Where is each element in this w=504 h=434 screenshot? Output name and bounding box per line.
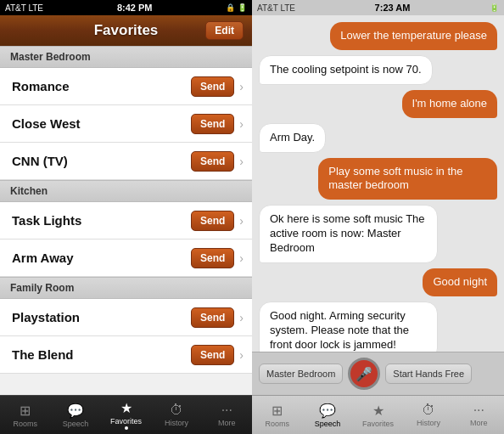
- message-bubble: I'm home alone: [402, 90, 497, 118]
- item-armaway-label: Arm Away: [12, 251, 191, 265]
- chevron-icon: ›: [239, 117, 244, 131]
- mic-button[interactable]: 🎤: [348, 358, 380, 390]
- list-item[interactable]: Romance Send ›: [0, 68, 252, 105]
- tab-more-label: More: [218, 419, 236, 427]
- message-bubble: Arm Day.: [259, 123, 326, 153]
- left-header: Favorites Edit: [0, 15, 252, 46]
- cnn-send-button[interactable]: Send: [191, 151, 234, 172]
- section-familyroom: Family Room: [0, 277, 252, 299]
- right-tab-history[interactable]: ⏱ History: [403, 396, 453, 434]
- message-bubble: Play some soft music in the master bedro…: [318, 158, 497, 200]
- favorites-list: Master Bedroom Romance Send › Close West…: [0, 46, 252, 395]
- right-tab-speech[interactable]: 💬 Speech: [302, 396, 352, 434]
- right-tab-favorites[interactable]: ★ Favorites: [353, 396, 403, 434]
- right-panel: AT&T LTE 7:23 AM 🔋 Lower the temperature…: [252, 0, 504, 434]
- right-status-bar: AT&T LTE 7:23 AM 🔋: [252, 0, 504, 15]
- message-bubble: Lower the temperature please: [330, 22, 497, 50]
- chevron-icon: ›: [239, 311, 244, 324]
- right-tabbar: ⊞ Rooms 💬 Speech ★ Favorites ⏱ History ·…: [252, 395, 504, 434]
- item-playstation-label: Playstation: [12, 310, 191, 324]
- speech-icon: 💬: [67, 403, 84, 419]
- tab-rooms[interactable]: ⊞ Rooms: [0, 396, 50, 434]
- tab-speech[interactable]: 💬 Speech: [50, 396, 100, 434]
- romance-send-button[interactable]: Send: [191, 76, 234, 97]
- chat-area: Lower the temperature please The cooling…: [252, 15, 504, 352]
- message-bubble: Good night: [423, 268, 497, 296]
- message-bubble: Ok here is some soft music The active ro…: [259, 205, 438, 263]
- more-icon: ···: [473, 403, 484, 418]
- more-icon: ···: [221, 403, 232, 418]
- item-theblend-label: The Blend: [12, 347, 191, 362]
- section-kitchen: Kitchen: [0, 180, 252, 202]
- list-item[interactable]: Task Lights Send ›: [0, 202, 252, 240]
- right-tab-speech-label: Speech: [315, 420, 341, 428]
- location-button[interactable]: Master Bedroom: [259, 364, 343, 384]
- list-item[interactable]: CNN (TV) Send ›: [0, 143, 252, 180]
- right-tab-rooms[interactable]: ⊞ Rooms: [252, 396, 302, 434]
- tab-history-label: History: [165, 419, 188, 427]
- section-master-bedroom: Master Bedroom: [0, 46, 252, 68]
- tab-speech-label: Speech: [63, 420, 89, 428]
- active-indicator: [125, 426, 128, 430]
- right-tab-rooms-label: Rooms: [265, 420, 289, 428]
- item-romance-label: Romance: [12, 79, 191, 93]
- right-time: 7:23 AM: [375, 3, 411, 13]
- tab-history[interactable]: ⏱ History: [151, 396, 201, 434]
- chevron-icon: ›: [239, 80, 244, 93]
- chevron-icon: ›: [239, 155, 244, 168]
- chevron-icon: ›: [239, 251, 244, 265]
- history-icon: ⏱: [170, 403, 183, 418]
- mic-icon: 🎤: [356, 366, 372, 382]
- rooms-icon: ⊞: [272, 403, 283, 419]
- tab-rooms-label: Rooms: [13, 420, 37, 428]
- left-panel: AT&T LTE 8:42 PM 🔒 🔋 Favorites Edit Mast…: [0, 0, 252, 434]
- right-tab-history-label: History: [417, 419, 440, 427]
- item-closewest-label: Close West: [12, 116, 191, 131]
- list-item[interactable]: Arm Away Send ›: [0, 240, 252, 277]
- tab-favorites-label: Favorites: [110, 417, 142, 426]
- chevron-icon: ›: [239, 348, 244, 362]
- item-tasklights-label: Task Lights: [12, 213, 191, 228]
- left-status-bar: AT&T LTE 8:42 PM 🔒 🔋: [0, 0, 252, 15]
- closewest-send-button[interactable]: Send: [191, 114, 234, 134]
- rooms-icon: ⊞: [20, 403, 31, 419]
- left-battery: 🔒 🔋: [226, 3, 247, 12]
- right-tab-more-label: More: [470, 419, 488, 427]
- playstation-send-button[interactable]: Send: [191, 307, 234, 328]
- edit-button[interactable]: Edit: [205, 21, 244, 40]
- armaway-send-button[interactable]: Send: [191, 248, 234, 268]
- chevron-icon: ›: [239, 214, 244, 228]
- right-carrier: AT&T LTE: [257, 3, 295, 13]
- message-bubble: Good night. Arming security system. Plea…: [259, 302, 438, 352]
- hands-free-button[interactable]: Start Hands Free: [385, 364, 472, 384]
- list-item[interactable]: The Blend Send ›: [0, 336, 252, 374]
- history-icon: ⏱: [422, 403, 435, 418]
- theblend-send-button[interactable]: Send: [191, 345, 234, 365]
- item-cnn-label: CNN (TV): [12, 154, 191, 168]
- left-time: 8:42 PM: [117, 3, 153, 13]
- favorites-icon: ★: [120, 400, 132, 416]
- left-carrier: AT&T LTE: [5, 3, 43, 13]
- favorites-icon: ★: [372, 403, 384, 419]
- message-bubble: The cooling setpoint is now 70.: [259, 55, 433, 85]
- right-tab-favorites-label: Favorites: [362, 420, 394, 428]
- right-battery: 🔋: [490, 3, 499, 12]
- chat-bottom: Master Bedroom 🎤 Start Hands Free: [252, 352, 504, 395]
- tab-more[interactable]: ··· More: [202, 396, 252, 434]
- tasklights-send-button[interactable]: Send: [191, 211, 234, 231]
- list-item[interactable]: Close West Send ›: [0, 105, 252, 143]
- speech-icon: 💬: [319, 403, 336, 419]
- list-item[interactable]: Playstation Send ›: [0, 299, 252, 336]
- left-title: Favorites: [94, 22, 159, 39]
- right-tab-more[interactable]: ··· More: [454, 396, 504, 434]
- left-tabbar: ⊞ Rooms 💬 Speech ★ Favorites ⏱ History ·…: [0, 395, 252, 434]
- tab-favorites[interactable]: ★ Favorites: [101, 396, 151, 434]
